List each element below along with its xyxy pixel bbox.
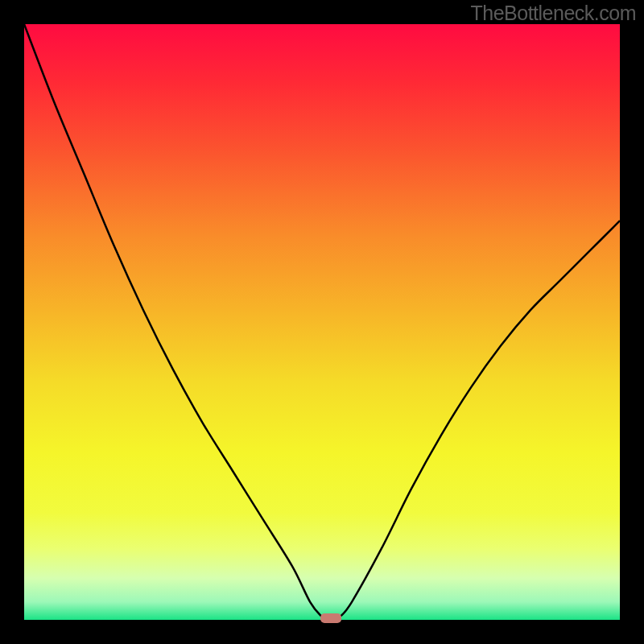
bottleneck-chart bbox=[0, 0, 644, 644]
watermark-text: TheBottleneck.com bbox=[471, 2, 637, 25]
plot-background bbox=[24, 24, 620, 620]
bottleneck-marker bbox=[320, 613, 341, 623]
chart-container: TheBottleneck.com bbox=[0, 0, 644, 644]
